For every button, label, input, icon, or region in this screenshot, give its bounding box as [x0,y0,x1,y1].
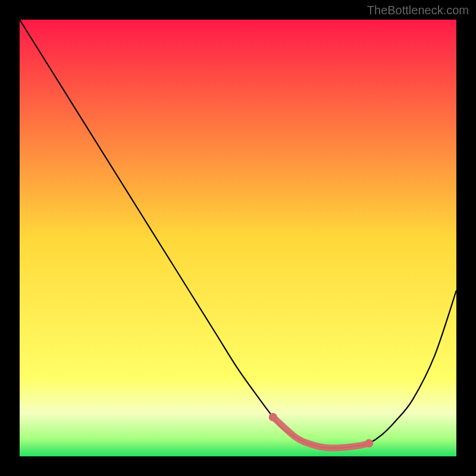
svg-point-1 [269,413,277,421]
curve-layer [20,20,456,456]
watermark-text: TheBottleneck.com [367,4,469,17]
plot-area [20,20,456,456]
svg-point-2 [365,439,373,447]
chart-container: TheBottleneck.com [0,0,476,476]
bottleneck-curve [20,20,456,448]
highlight-markers [269,413,373,448]
